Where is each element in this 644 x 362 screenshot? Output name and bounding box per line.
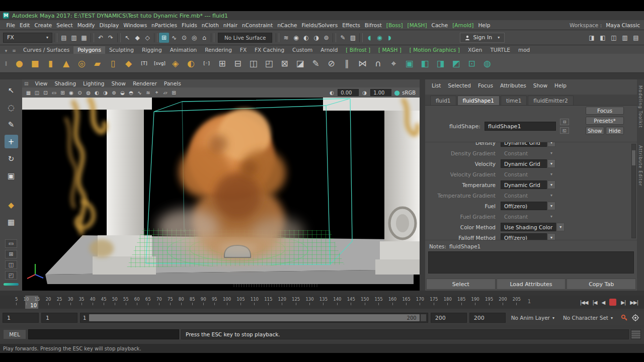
gamma-field[interactable]: 1.00 (370, 89, 391, 96)
scrollbar-thumb[interactable] (632, 150, 635, 165)
attribute-dropdown[interactable]: Constant (501, 212, 547, 221)
text-tool-icon[interactable]: [T] (137, 56, 151, 70)
sweep-mesh-icon[interactable]: ◐ (184, 56, 198, 70)
range-bar[interactable] (89, 314, 420, 321)
shelf-tab[interactable]: FX (236, 46, 251, 54)
reduce-icon[interactable]: ◩ (449, 56, 463, 70)
menu-item[interactable]: [Arnold] (450, 22, 476, 28)
attribute-editor-menu-item[interactable]: Selected (444, 82, 474, 88)
chevron-down-icon[interactable] (547, 233, 555, 240)
sidebar-tool-settings-icon[interactable]: ▥ (620, 33, 630, 43)
grid-toggle-icon[interactable]: ⊞ (170, 88, 178, 97)
attribute-dropdown[interactable]: Dynamic Grid (501, 159, 547, 168)
menu-item[interactable]: Cache (429, 22, 450, 28)
menu-set-selector[interactable]: FX (3, 33, 52, 43)
menu-item[interactable]: Fluids (180, 22, 200, 28)
select-button[interactable]: Select (426, 279, 496, 290)
sidebar-vertical-tab[interactable]: Modeling Toolkit (638, 85, 643, 128)
shelf-tab[interactable]: mod (514, 46, 534, 54)
chevron-down-icon[interactable] (547, 202, 555, 210)
menu-item[interactable]: Effects (340, 22, 363, 28)
shelf-tab[interactable]: Custom (288, 46, 316, 54)
attribute-editor-menu-item[interactable]: Attributes (497, 82, 530, 88)
symmetry-x-icon[interactable]: ◖ (364, 33, 374, 43)
make-live-icon[interactable]: ⌂ (199, 33, 209, 43)
hypershade-layout-icon[interactable]: ◰ (5, 271, 17, 280)
construction-history-icon[interactable]: ≋ (281, 33, 291, 43)
poly-torus-icon[interactable]: ◎ (74, 56, 89, 70)
hide-button[interactable]: Hide (606, 127, 624, 135)
use-all-lights-icon[interactable]: ⊚ (110, 88, 118, 97)
view-transform-label[interactable]: sRGB (402, 90, 416, 96)
menu-item[interactable]: Windows (121, 22, 149, 28)
playback-start-field[interactable]: 1 (41, 313, 77, 323)
menu-item[interactable]: Edit (18, 22, 32, 28)
separator[interactable] (117, 33, 121, 42)
boolean-union-icon[interactable]: ⊞ (215, 56, 229, 70)
bridge-icon[interactable]: ∩ (371, 56, 385, 70)
exposure-field[interactable]: 0.00 (338, 89, 359, 96)
focus-button[interactable]: Focus (586, 107, 624, 115)
attribute-dropdown[interactable]: Constant (501, 170, 547, 178)
attribute-dropdown[interactable]: Constant (501, 191, 547, 200)
symmetry-off-icon[interactable]: ◉ (374, 33, 384, 43)
attribute-dropdown[interactable]: Dynamic Grid (501, 142, 547, 147)
lasso-tool-icon[interactable]: ◌ (5, 101, 18, 114)
attribute-dropdown[interactable]: Off(zero) (501, 233, 547, 240)
snap-to-grids-icon[interactable]: ⊞ (159, 33, 169, 43)
camera-attributes-icon[interactable]: ⊡ (41, 88, 50, 97)
shelf-menu-icon[interactable]: ▾ (3, 47, 9, 54)
wireframe-mode-icon[interactable]: ◍ (84, 88, 93, 97)
separate-icon[interactable]: ◰ (262, 56, 276, 70)
attribute-dropdown[interactable]: Use Shading Color (501, 223, 556, 231)
anim-layer-dropdown[interactable]: No Anim Layer (508, 313, 557, 323)
workspace-selector[interactable]: Workspace : Maya Classic (570, 22, 640, 28)
exposure-icon[interactable]: ◐ (328, 88, 336, 97)
panel-menu-item[interactable]: Show (108, 80, 129, 86)
workspace-value[interactable]: Maya Classic (606, 22, 640, 28)
paint-effects-icon[interactable]: ✎ (338, 33, 348, 43)
menu-item[interactable]: Help (476, 22, 493, 28)
separator[interactable] (91, 33, 94, 42)
separator[interactable] (211, 33, 214, 42)
shelf-tab[interactable]: TURTLE (486, 46, 514, 54)
chevron-down-icon[interactable] (547, 212, 555, 221)
shelf-tab[interactable]: XGen (464, 46, 486, 54)
separator[interactable] (154, 33, 157, 42)
single-pane-layout-icon[interactable]: ▭ (5, 239, 17, 248)
scrollbar[interactable] (631, 144, 636, 238)
two-d-pan-zoom-icon[interactable]: ◉ (67, 88, 75, 97)
undo-icon[interactable]: ↶ (96, 33, 106, 43)
open-scene-icon[interactable]: ▥ (69, 33, 79, 43)
panel-grip-icon[interactable]: ▤ (24, 81, 29, 86)
step-back-button[interactable]: |◀ (592, 300, 597, 305)
shelf-grip-icon[interactable]: ∥ (3, 60, 9, 66)
poly-helix-icon[interactable]: ◆ (121, 56, 136, 70)
bevel-icon[interactable]: ◪ (293, 56, 307, 70)
move-tool-icon[interactable]: + (5, 135, 18, 148)
ipr-render-icon[interactable]: ◑ (311, 33, 321, 43)
subdiv-proxy-icon[interactable]: ◧ (418, 56, 432, 70)
shelf-tab[interactable]: Animation (166, 46, 201, 54)
open-render-view-icon[interactable]: ◉ (291, 33, 301, 43)
attribute-editor-menu-item[interactable]: List (428, 82, 444, 88)
chevron-down-icon[interactable] (547, 191, 555, 200)
poly-cone-icon[interactable]: ▲ (59, 56, 73, 70)
menu-item[interactable]: nConstraint (240, 22, 275, 28)
lock-camera-icon[interactable]: ◫ (33, 88, 41, 97)
menu-item[interactable]: File (4, 22, 18, 28)
menu-item[interactable]: Bifrost (362, 22, 384, 28)
animation-end-field[interactable]: 200 (469, 313, 506, 323)
character-set-dropdown[interactable]: No Character Set (560, 313, 616, 323)
panel-menu-item[interactable]: Lighting (79, 80, 108, 86)
isolate-select-icon[interactable]: ⌖ (152, 88, 161, 97)
render-settings-icon[interactable]: ⊚ (321, 33, 331, 43)
sidebar-vertical-tab[interactable]: Attribute Editor (638, 145, 643, 186)
snap-to-points-icon[interactable]: ⊙ (179, 33, 189, 43)
command-input[interactable] (28, 329, 179, 339)
chevron-down-icon[interactable] (547, 142, 555, 147)
stop-button[interactable] (609, 299, 616, 306)
play-backwards-button[interactable]: ◀ (601, 300, 605, 305)
animation-preferences-icon[interactable] (631, 314, 639, 322)
go-to-end-button[interactable]: ▶▶| (630, 300, 638, 305)
